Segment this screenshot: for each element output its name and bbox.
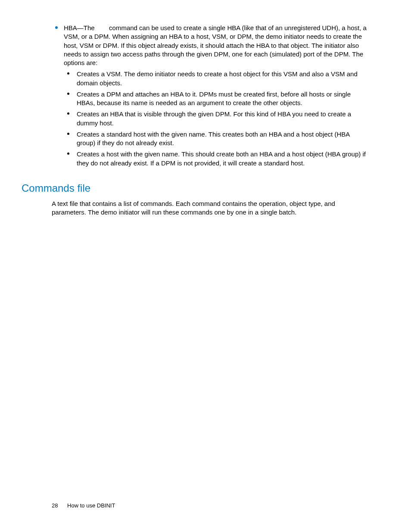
hba-option-text: Creates a VSM. The demo initiator needs … — [77, 70, 368, 87]
hba-option-item: Creates a DPM and attaches an HBA to it.… — [64, 90, 368, 108]
bullet-icon — [67, 152, 69, 155]
hba-option-item: Creates a standard host with the given n… — [64, 130, 368, 148]
bullet-icon — [55, 26, 58, 29]
bullet-icon — [67, 133, 69, 135]
hba-outer-list: HBA—The command can be used to create a … — [52, 24, 368, 168]
hba-options-list: Creates a VSM. The demo initiator needs … — [64, 70, 368, 168]
hba-option-item: Creates a VSM. The demo initiator needs … — [64, 70, 368, 87]
page-container: HBA—The command can be used to create a … — [0, 0, 411, 532]
bullet-icon — [67, 72, 69, 75]
hba-intro: command can be used to create a single H… — [64, 24, 367, 66]
hba-option-item: Creates an HBA that is visible through t… — [64, 110, 368, 128]
hba-prefix: HBA—The — [64, 24, 95, 31]
commands-file-body: A text file that contains a list of comm… — [52, 199, 368, 217]
bullet-icon — [67, 93, 69, 95]
hba-option-item: Creates a host with the given name. This… — [64, 150, 368, 168]
bullet-icon — [67, 112, 69, 115]
hba-option-text: Creates a standard host with the given n… — [77, 130, 368, 148]
page-number: 28 — [52, 502, 58, 510]
page-footer: 28 How to use DBINIT — [52, 502, 115, 510]
hba-option-text: Creates a host with the given name. This… — [77, 150, 368, 168]
hba-list-item: HBA—The command can be used to create a … — [52, 24, 368, 168]
hba-option-text: Creates an HBA that is visible through t… — [77, 110, 368, 128]
commands-file-heading: Commands file — [22, 181, 368, 195]
hba-option-text: Creates a DPM and attaches an HBA to it.… — [77, 90, 368, 108]
chapter-title: How to use DBINIT — [67, 502, 115, 510]
